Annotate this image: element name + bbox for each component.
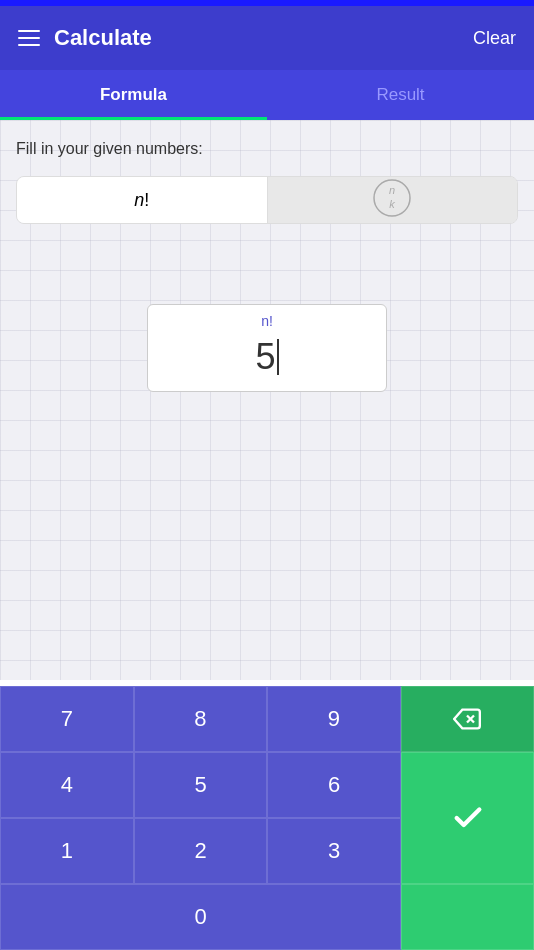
formula-combination[interactable]: n k [268,177,518,223]
key-7[interactable]: 7 [0,686,134,752]
key-1[interactable]: 1 [0,818,134,884]
backspace-button[interactable] [401,686,535,752]
key-8[interactable]: 8 [134,686,268,752]
keypad-row-2: 4 5 6 [0,752,401,818]
key-0[interactable]: 0 [0,884,401,950]
confirm-bottom-spacer [401,884,534,950]
cursor [277,339,279,375]
instruction-text: Fill in your given numbers: [16,140,203,158]
tab-formula[interactable]: Formula [0,70,267,120]
main-content: Fill in your given numbers: n! n k n! 5 [0,120,534,680]
backspace-icon [453,705,481,733]
keypad-row-3: 1 2 3 [0,818,401,884]
key-5[interactable]: 5 [134,752,268,818]
header-left: Calculate [18,25,152,51]
combination-label: n k [372,178,412,223]
clear-button[interactable]: Clear [473,28,516,49]
formula-selector: n! n k [16,176,518,224]
formula-factorial[interactable]: n! [17,177,268,223]
input-label: n! [160,313,374,329]
tab-result[interactable]: Result [267,70,534,120]
keypad-row-1: 7 8 9 [0,686,534,752]
key-3[interactable]: 3 [267,818,401,884]
key-9[interactable]: 9 [267,686,401,752]
factorial-label: n! [134,190,149,211]
key-2[interactable]: 2 [134,818,268,884]
svg-text:k: k [390,198,396,210]
key-4[interactable]: 4 [0,752,134,818]
keypad-row-4: 0 [0,884,534,950]
app-title: Calculate [54,25,152,51]
keypad: 7 8 9 4 5 [0,686,534,950]
header: Calculate Clear [0,6,534,70]
key-6[interactable]: 6 [267,752,401,818]
tabs-container: Formula Result [0,70,534,120]
menu-icon[interactable] [18,30,40,46]
confirm-button[interactable] [401,752,534,884]
input-box[interactable]: n! 5 [147,304,387,392]
keypad-rows-2-3: 4 5 6 1 2 3 [0,752,534,884]
svg-text:n: n [389,184,395,196]
input-value: 5 [160,335,374,379]
check-icon [451,801,485,835]
keypad-num-cols: 4 5 6 1 2 3 [0,752,401,884]
